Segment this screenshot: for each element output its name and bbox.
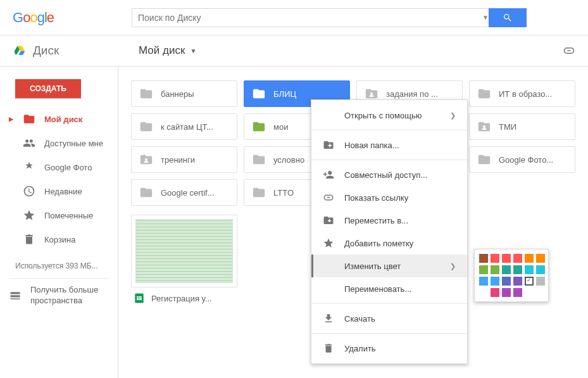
color-swatch[interactable]: [513, 288, 522, 297]
menu-item[interactable]: Новая папка...: [311, 134, 467, 156]
color-swatch[interactable]: [525, 265, 534, 274]
topbar: Google ▼: [0, 0, 588, 35]
svg-point-5: [483, 125, 485, 128]
color-swatch[interactable]: [525, 277, 534, 286]
color-swatch[interactable]: [479, 265, 488, 274]
menu-label: Изменить цвет: [344, 261, 401, 271]
menu-item[interactable]: Переименовать...: [311, 277, 467, 300]
menu-label: Новая папка...: [344, 141, 399, 150]
color-swatch[interactable]: [536, 277, 545, 286]
folder-label: баннеры: [161, 89, 194, 99]
folder-chip[interactable]: баннеры: [131, 80, 237, 107]
person-add-icon: [323, 169, 334, 180]
photos-icon: [23, 161, 35, 173]
menu-item[interactable]: Открыть с помощью❯: [311, 104, 467, 127]
context-menu: Открыть с помощью❯Новая папка...Совместн…: [311, 99, 468, 364]
color-swatch[interactable]: [479, 277, 488, 286]
nav-label: Мой диск: [44, 115, 82, 124]
color-swatch[interactable]: [513, 265, 522, 274]
menu-label: Показать ссылку: [344, 193, 408, 203]
color-swatch[interactable]: [491, 265, 499, 274]
color-swatch[interactable]: [513, 277, 522, 286]
menu-item[interactable]: Переместить в...: [311, 209, 467, 232]
color-swatch[interactable]: [525, 254, 534, 263]
svg-point-6: [145, 158, 147, 161]
search-wrap: ▼: [132, 8, 527, 27]
breadcrumb[interactable]: Мой диск ▼: [139, 44, 196, 57]
people-icon: [23, 137, 35, 149]
folder-icon: [23, 113, 35, 125]
color-swatch[interactable]: [502, 254, 511, 263]
search-input[interactable]: [132, 8, 497, 27]
folder-chip[interactable]: ТМИ: [469, 113, 575, 140]
storage-text: Используется 393 МБ...: [15, 261, 118, 270]
create-button[interactable]: СОЗДАТЬ: [15, 79, 81, 98]
folder-label: LTTO: [273, 188, 294, 198]
storage-icon: [9, 289, 22, 302]
nav-label: Помеченные: [44, 211, 93, 220]
color-swatch[interactable]: [502, 277, 511, 286]
menu-separator: [311, 160, 467, 160]
folder-label: ТМИ: [499, 122, 516, 132]
menu-separator: [311, 333, 467, 334]
color-swatch[interactable]: [491, 254, 499, 263]
search-button[interactable]: [489, 8, 527, 27]
color-swatch[interactable]: [491, 288, 499, 297]
svg-point-4: [370, 92, 373, 95]
sidebar-item-shared[interactable]: Доступные мне: [0, 131, 118, 155]
sidebar-item-more-storage[interactable]: Получить больше пространства: [0, 284, 118, 308]
menu-item[interactable]: Показать ссылку: [311, 186, 467, 209]
nav-label: Корзина: [44, 235, 76, 244]
nav-label: Доступные мне: [44, 139, 103, 148]
svg-rect-10: [139, 296, 139, 300]
color-swatch[interactable]: [513, 254, 522, 263]
sidebar-item-my-drive[interactable]: ▶ Мой диск: [0, 107, 118, 131]
search-icon: [503, 13, 513, 23]
sidebar-item-trash[interactable]: Корзина: [0, 227, 118, 251]
caret-down-icon: ▼: [190, 47, 196, 54]
file-card[interactable]: Регистрация у...: [131, 215, 237, 309]
color-picker-popup: [474, 249, 549, 302]
menu-item[interactable]: Изменить цвет❯: [311, 255, 467, 277]
color-swatch[interactable]: [491, 277, 499, 286]
folder-chip[interactable]: Google Фото...: [469, 146, 575, 173]
folder-label: БЛИЦ: [273, 89, 296, 99]
folder-label: к сайтам ЦТ...: [161, 122, 213, 132]
trash-icon: [23, 233, 35, 246]
menu-item[interactable]: Совместный доступ...: [311, 163, 467, 186]
folder-chip[interactable]: к сайтам ЦТ...: [131, 113, 237, 140]
color-swatch[interactable]: [502, 265, 511, 274]
menu-separator: [311, 130, 467, 130]
folder-move-icon: [323, 215, 334, 226]
color-swatch[interactable]: [536, 254, 545, 263]
folder-chip[interactable]: тренинги: [131, 146, 237, 173]
sidebar-item-recent[interactable]: Недавние: [0, 179, 118, 203]
color-swatch[interactable]: [479, 254, 488, 263]
drive-brand[interactable]: Диск: [13, 44, 123, 58]
divider: [9, 278, 109, 279]
folder-chip[interactable]: ИТ в образо...: [469, 80, 575, 107]
trash-icon: [323, 343, 334, 354]
folder-label: Google certif...: [161, 188, 215, 198]
search-dropdown-icon[interactable]: ▼: [482, 14, 489, 21]
folder-label: ИТ в образо...: [499, 89, 552, 99]
menu-item[interactable]: Удалить: [311, 337, 467, 360]
link-icon[interactable]: [563, 44, 575, 57]
folder-label: задания по ...: [386, 89, 438, 99]
sidebar-item-starred[interactable]: Помеченные: [0, 203, 118, 227]
menu-item[interactable]: Добавить пометку: [311, 232, 467, 255]
svg-marker-2: [18, 51, 25, 55]
link-icon: [323, 192, 334, 203]
color-grid: [479, 254, 544, 297]
google-logo[interactable]: Google: [13, 9, 54, 26]
chevron-right-icon: ❯: [450, 262, 456, 270]
sidebar-item-photos[interactable]: Google Фото: [0, 155, 118, 179]
color-swatch[interactable]: [502, 288, 511, 297]
folder-chip[interactable]: Google certif...: [131, 179, 237, 206]
menu-item[interactable]: Скачать: [311, 307, 467, 330]
file-label: Регистрация у...: [151, 294, 212, 303]
drive-brand-text: Диск: [33, 44, 59, 58]
clock-icon: [23, 185, 35, 198]
color-swatch[interactable]: [536, 265, 545, 274]
menu-label: Совместный доступ...: [344, 170, 427, 180]
